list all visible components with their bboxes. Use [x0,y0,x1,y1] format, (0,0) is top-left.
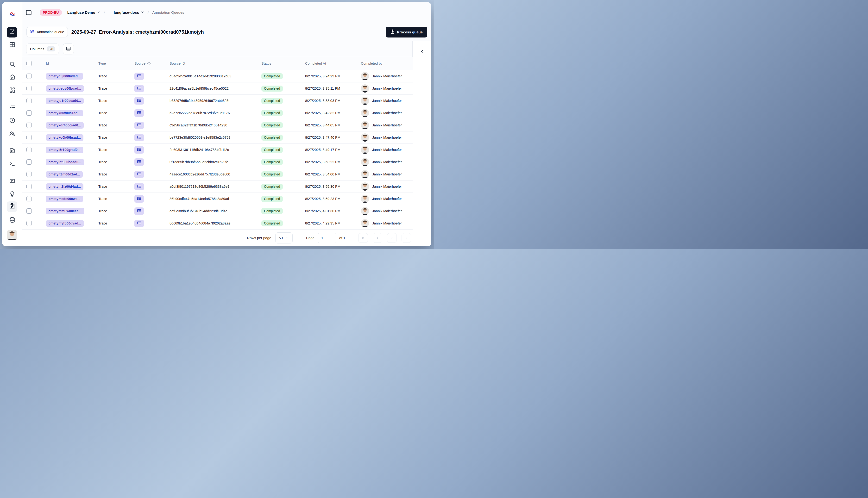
completed-by-name: Jannik Maierhoefer [372,221,402,225]
item-id-badge[interactable]: cmetylht300bqad0... [46,159,84,165]
table-row[interactable]: cmetyko0k00bsad... Trace be7723e30d80205… [22,131,413,144]
search-icon[interactable] [9,61,15,67]
trace-source-badge[interactable] [134,195,144,202]
row-checkbox[interactable] [26,147,32,153]
sessions-clock-icon[interactable] [9,117,15,123]
lightbulb-icon[interactable] [9,191,15,197]
trace-tree-icon [137,74,141,79]
row-checkbox[interactable] [26,196,32,201]
users-icon[interactable] [9,131,15,137]
last-page-button[interactable] [402,233,411,243]
list-todo-icon [30,29,35,35]
item-id-badge[interactable]: cmetyju1r00ccad0... [46,97,84,104]
table-row[interactable]: cmetylht300bqad0... Trace 0f1dd65b7bb9bf… [22,156,413,168]
trace-source-badge[interactable] [134,158,144,166]
row-checkbox[interactable] [26,122,32,128]
item-id-badge[interactable]: cmetymyfb00gvad... [46,220,84,227]
trace-tree-icon [137,196,141,201]
playground-terminal-icon[interactable] [9,160,15,167]
trace-source-badge[interactable] [134,146,144,154]
table-row[interactable]: cmetym2fz00d4ad... Trace a0df3f901167218… [22,181,413,193]
prompts-file-code-icon[interactable] [9,147,15,154]
table-row[interactable]: cmetyl5r100grad0... Trace 2e603f31361115… [22,144,413,156]
breadcrumb-org[interactable]: Langfuse Demo [67,10,101,15]
first-page-button[interactable] [358,233,368,243]
row-checkbox[interactable] [26,221,32,226]
trace-tree-icon [137,172,141,177]
queue-table-body: cmetyg5j800bwad... Trace d5ad9d52a00c6e1… [22,70,413,230]
item-id-badge[interactable]: cmetymeds00cwa... [46,196,83,202]
trace-source-badge[interactable] [134,207,144,215]
expand-panel-chevron-left-icon[interactable] [419,49,424,54]
table-view-icon[interactable] [9,42,15,48]
completed-by-avatar [361,133,369,142]
row-checkbox[interactable] [26,184,32,189]
table-row[interactable]: cmetymyfb00gvad... Trace 8dc69b1ba1e540b… [22,217,413,230]
table-row[interactable]: cmetykdr400ciad0... Trace c9d56ca32efaff… [22,119,413,131]
row-checkbox[interactable] [26,172,32,177]
breadcrumb-project[interactable]: langfuse-docs [114,10,144,15]
item-id-badge[interactable]: cmetyl5r100grad0... [46,147,83,153]
status-badge: Completed [261,73,283,79]
row-checkbox[interactable] [26,74,32,79]
row-checkbox[interactable] [26,208,32,214]
trace-source-badge[interactable] [134,73,144,80]
item-id-badge[interactable]: cmetyko0k00bsad... [46,134,83,141]
table-row[interactable]: cmetyk55x00c1ad... Trace 52c72c2222ea78e… [22,107,413,119]
item-id-badge[interactable]: cmetyg5j800bwad... [46,73,83,80]
row-checkbox[interactable] [26,98,32,103]
status-badge: Completed [261,220,283,226]
home-icon[interactable] [9,74,15,80]
sidebar-toggle-icon[interactable] [25,9,32,16]
evals-percent-icon[interactable] [9,178,15,184]
item-id-badge[interactable]: cmetykdr400ciad0... [46,122,84,129]
trace-source-badge[interactable] [134,85,144,92]
dashboard-icon[interactable] [9,87,15,93]
table-row[interactable]: cmetymeds00cwa... Trace 36b90cdfc47e5da1… [22,193,413,205]
columns-button[interactable]: Columns 8/8 [26,43,59,54]
sidebar-item-annotation-queues-active[interactable] [7,201,17,212]
trace-source-badge[interactable] [134,171,144,178]
trace-source-badge[interactable] [134,97,144,105]
completed-by-name: Jannik Maierhoefer [372,87,402,90]
completed-by-name: Jannik Maierhoefer [372,172,402,176]
trace-source-badge[interactable] [134,220,144,227]
item-id-badge[interactable]: cmetyk55x00c1ad... [46,110,83,116]
row-checkbox[interactable] [26,86,32,91]
completed-at: 8/27/2025, 3:38:03 PM [302,99,358,103]
process-queue-button[interactable]: Process queue [386,27,427,38]
table-row[interactable]: cmetyg5j800bwad... Trace d5ad9d52a00c6e1… [22,70,413,82]
next-page-button[interactable] [387,233,397,243]
tracing-tree-icon[interactable] [9,104,15,110]
previous-page-button[interactable] [373,233,382,243]
row-checkbox[interactable] [26,135,32,140]
table-row[interactable]: cmetyju1r00ccad0... Trace b63297665cfd44… [22,95,413,107]
open-external-button[interactable] [7,27,17,38]
info-icon[interactable] [147,62,151,65]
status-badge: Completed [261,86,283,92]
select-all-checkbox[interactable] [26,61,32,66]
item-id-badge[interactable]: cmetygeov00buad... [46,85,84,92]
row-height-button[interactable] [63,43,74,54]
row-checkbox[interactable] [26,159,32,165]
item-id-badge[interactable]: cmetylt3m00d2ad... [46,171,83,178]
completed-at: 8/27/2025, 3:53:22 PM [302,160,358,164]
main-content: Columns 8/8 Id Type Source Source ID Sta… [22,41,413,246]
environment-badge: PROD-EU [40,9,62,16]
table-row[interactable]: cmetylt3m00d2ad... Trace 4aaece1603cb2e1… [22,168,413,181]
row-checkbox[interactable] [26,110,32,116]
table-row[interactable]: cmetymmuw00cea... Trace aaf0c38db0f3f204… [22,205,413,217]
table-row[interactable]: cmetygeov00buad... Trace 22c41f09acae5b1… [22,82,413,95]
trace-source-badge[interactable] [134,122,144,129]
page-input[interactable] [318,233,336,243]
user-avatar[interactable] [7,230,17,240]
trace-source-badge[interactable] [134,134,144,141]
item-id-badge[interactable]: cmetymmuw00cea... [46,208,84,214]
app-window: PROD-EU Langfuse Demo / langfuse-docs / … [2,2,431,246]
item-id-badge[interactable]: cmetym2fz00d4ad... [46,183,83,190]
trace-source-badge[interactable] [134,109,144,117]
datasets-database-icon[interactable] [9,217,15,223]
trace-source-badge[interactable] [134,183,144,191]
rows-per-page-select[interactable]: 50 [275,233,293,244]
column-header-status: Status [259,62,302,65]
